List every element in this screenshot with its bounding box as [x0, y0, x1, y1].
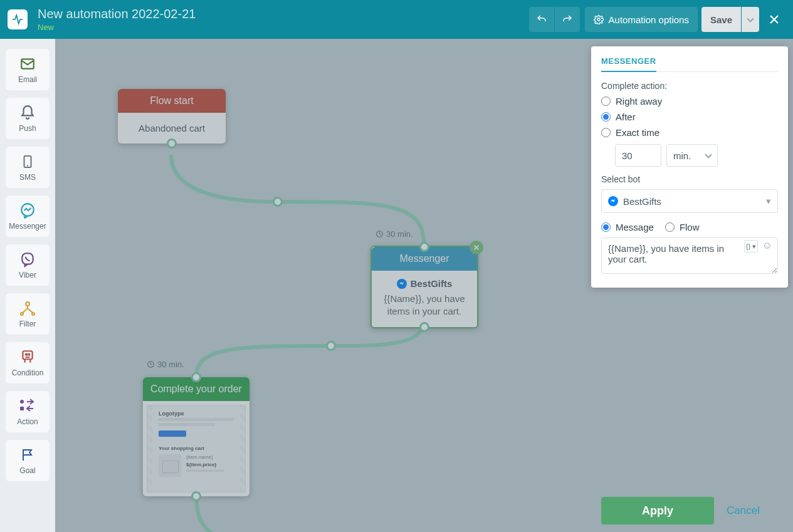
automation-status: New	[38, 23, 525, 32]
svg-rect-18	[20, 407, 24, 410]
sidebar-item-label: Filter	[19, 320, 36, 328]
radio-mode-flow[interactable]: Flow	[665, 222, 700, 232]
bot-select[interactable]: BestGifts ▾	[601, 189, 778, 213]
gear-icon	[594, 14, 604, 24]
apply-button[interactable]: Apply	[601, 497, 714, 524]
push-icon	[19, 104, 36, 122]
sidebar-item-label: Goal	[19, 466, 35, 475]
chevron-down-icon	[747, 15, 754, 22]
sidebar-item-sms[interactable]: SMS	[6, 147, 50, 188]
radio-mode-message-input[interactable]	[601, 222, 611, 232]
properties-panel: MESSENGER Complete action: Right away Af…	[591, 46, 788, 532]
sidebar-item-email[interactable]: Email	[6, 49, 50, 90]
automation-options-label: Automation options	[609, 14, 689, 25]
sidebar-item-label: Condition	[12, 368, 44, 377]
sidebar-item-label: SMS	[19, 173, 36, 182]
undo-icon	[536, 14, 547, 25]
sidebar-item-filter[interactable]: Filter	[6, 293, 50, 335]
sidebar-item-action[interactable]: Action	[6, 391, 50, 432]
delay-unit-select[interactable]: min.	[666, 144, 718, 167]
sidebar-item-label: Email	[18, 75, 37, 84]
sidebar-item-messenger[interactable]: Messenger	[6, 196, 50, 237]
svg-point-15	[26, 354, 27, 355]
panel-title: MESSENGER	[601, 56, 656, 72]
automation-title[interactable]: New automation 2022-02-21	[38, 7, 525, 21]
svg-point-17	[20, 400, 24, 404]
select-bot-label: Select bot	[601, 174, 778, 184]
filter-icon	[19, 300, 36, 317]
radio-right-away-input[interactable]	[601, 96, 611, 106]
bot-select-value: BestGifts	[623, 196, 661, 207]
messenger-platform-icon	[608, 196, 618, 206]
save-dropdown-button[interactable]	[742, 7, 759, 32]
radio-after-input[interactable]	[601, 112, 611, 122]
redo-button[interactable]	[555, 7, 580, 32]
condition-icon	[19, 348, 36, 366]
emoji-button[interactable]: ☺	[762, 240, 773, 251]
undo-button[interactable]	[529, 7, 554, 32]
viber-icon	[19, 251, 36, 268]
element-palette: Email Push SMS Messenger Viber Filter Co…	[0, 39, 55, 532]
insert-variable-button[interactable]: {} ▾	[744, 240, 758, 253]
radio-mode-flow-input[interactable]	[665, 222, 675, 232]
svg-point-0	[597, 18, 600, 21]
sidebar-item-condition[interactable]: Condition	[6, 342, 50, 383]
automation-options-button[interactable]: Automation options	[585, 7, 698, 32]
close-button[interactable]	[763, 7, 785, 32]
sidebar-item-goal[interactable]: Goal	[6, 440, 50, 481]
close-icon	[769, 14, 780, 25]
svg-point-16	[28, 354, 29, 355]
sidebar-item-label: Action	[17, 417, 38, 426]
chevron-down-icon	[705, 151, 712, 158]
radio-mode-message[interactable]: Message	[601, 222, 654, 232]
app-header: New automation 2022-02-21 New Automation…	[0, 0, 793, 39]
svg-point-6	[26, 302, 29, 306]
email-icon	[19, 55, 36, 73]
goal-icon	[20, 446, 35, 464]
svg-rect-5	[22, 253, 33, 264]
radio-right-away[interactable]: Right away	[601, 96, 778, 107]
sms-icon	[21, 153, 34, 170]
svg-point-10	[21, 313, 23, 315]
svg-point-11	[32, 313, 34, 315]
sidebar-item-push[interactable]: Push	[6, 98, 50, 139]
complete-action-label: Complete action:	[601, 81, 778, 91]
svg-rect-12	[23, 351, 32, 359]
sidebar-item-label: Viber	[19, 271, 36, 279]
chevron-down-icon: ▾	[766, 196, 771, 207]
save-button[interactable]: Save	[701, 7, 741, 32]
messenger-icon	[19, 202, 36, 219]
app-logo	[8, 9, 28, 29]
action-icon	[19, 397, 36, 415]
radio-after[interactable]: After	[601, 112, 778, 122]
radio-exact-time-input[interactable]	[601, 128, 611, 137]
delay-value-input[interactable]	[615, 144, 661, 167]
sidebar-item-label: Messenger	[9, 222, 46, 231]
sidebar-item-viber[interactable]: Viber	[6, 244, 50, 286]
sidebar-item-label: Push	[19, 124, 36, 133]
radio-exact-time[interactable]: Exact time	[601, 127, 778, 138]
redo-icon	[562, 14, 573, 25]
cancel-button[interactable]: Cancel	[727, 504, 760, 517]
